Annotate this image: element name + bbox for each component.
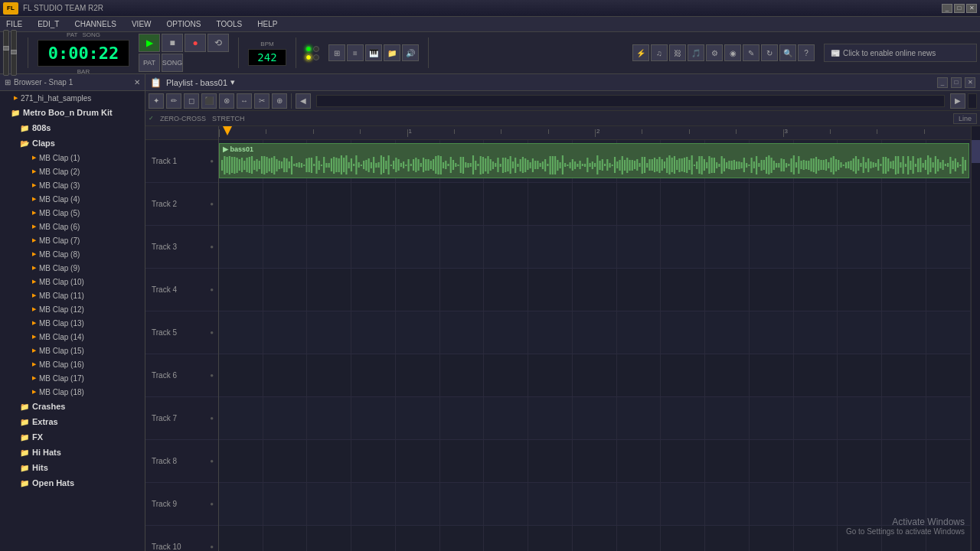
line-select[interactable]: Line	[953, 113, 977, 124]
track-label-4[interactable]: Track 4	[145, 269, 218, 311]
pl-zoom-tool[interactable]: ⊕	[272, 93, 287, 109]
browser-folder-808s[interactable]: 808s	[0, 120, 145, 135]
browser-file-271_hi_hat_samples[interactable]: 271_hi_hat_samples	[0, 91, 145, 105]
playlist-dropdown-icon[interactable]: ▾	[230, 77, 235, 87]
track-row-8[interactable]	[219, 440, 971, 483]
pl-draw-tool[interactable]: ✏	[166, 93, 181, 109]
mixer-icon[interactable]: ⊞	[328, 44, 345, 61]
menu-channels[interactable]: ChANNELS	[71, 18, 119, 30]
track-label-10[interactable]: Track 10	[145, 526, 218, 551]
browser-file-mb-clap-3[interactable]: MB Clap (3)	[0, 178, 145, 192]
menu-view[interactable]: VIEW	[129, 18, 155, 30]
pl-mute-tool[interactable]: ⊗	[219, 93, 234, 109]
master-pitch-fader[interactable]	[3, 30, 9, 76]
pl-prev-button[interactable]: ◀	[296, 93, 311, 109]
browser-file-mb-clap-17[interactable]: MB Clap (17)	[0, 371, 145, 385]
script-icon[interactable]: ✎	[743, 44, 760, 61]
midi-icon[interactable]: ♫	[651, 44, 668, 61]
menu-file[interactable]: FILE	[3, 18, 25, 30]
timeline-ruler[interactable]: 1234	[219, 126, 971, 140]
vscroll-thumb[interactable]	[972, 140, 980, 163]
maximize-button[interactable]: □	[954, 4, 965, 13]
pl-select-tool[interactable]: ✦	[149, 93, 164, 109]
track-row-2[interactable]	[219, 183, 971, 226]
browser-file-mb-clap-16[interactable]: MB Clap (16)	[0, 357, 145, 371]
track-row-3[interactable]	[219, 226, 971, 269]
track-label-2[interactable]: Track 2	[145, 183, 218, 226]
cpu-icon[interactable]: ⚡	[632, 44, 649, 61]
menu-edit[interactable]: EDI_T	[34, 18, 62, 30]
link-icon[interactable]: ⛓	[669, 44, 686, 61]
settings-icon[interactable]: ⚙	[706, 44, 723, 61]
bpm-display[interactable]: 242	[248, 49, 286, 66]
mode-button[interactable]: PAT	[139, 54, 160, 72]
browser-folder-hi-hats[interactable]: Hi Hats	[0, 445, 145, 460]
playlist-close-button[interactable]: ✕	[965, 77, 975, 88]
pl-erase-tool[interactable]: ◻	[184, 93, 199, 109]
track-label-3[interactable]: Track 3	[145, 226, 218, 269]
browser-file-mb-clap-15[interactable]: MB Clap (15)	[0, 344, 145, 357]
browser-file-mb-clap-7[interactable]: MB Clap (7)	[0, 233, 145, 247]
track-label-5[interactable]: Track 5	[145, 311, 218, 354]
menu-help[interactable]: helP	[254, 18, 280, 30]
browser-file-mb-clap-12[interactable]: MB Clap (12)	[0, 302, 145, 316]
browser-folder-crashes[interactable]: Crashes	[0, 399, 145, 414]
browser-content[interactable]: 271_hi_hat_samplesMetro Boo_n Drum Kit80…	[0, 91, 145, 551]
browser-folder-fx[interactable]: FX	[0, 429, 145, 445]
tracks-scrollbar[interactable]	[971, 126, 980, 551]
browser-file-mb-clap-6[interactable]: MB Clap (6)	[0, 220, 145, 233]
track-row-7[interactable]	[219, 397, 971, 440]
browser-file-mb-clap-13[interactable]: MB Clap (13)	[0, 316, 145, 330]
browser-file-mb-clap-10[interactable]: MB Clap (10)	[0, 275, 145, 289]
browser-file-mb-clap-18[interactable]: MB Clap (18)	[0, 385, 145, 399]
track-row-9[interactable]	[219, 483, 971, 526]
browser-folder-claps[interactable]: Claps	[0, 135, 145, 151]
pl-cut-tool[interactable]: ✂	[254, 93, 270, 109]
menu-tools[interactable]: tools	[214, 18, 246, 30]
track-area[interactable]: 1234 ▶ bass01	[219, 126, 971, 551]
track-label-7[interactable]: Track 7	[145, 397, 218, 440]
track-label-8[interactable]: Track 8	[145, 440, 218, 483]
close-button[interactable]: ✕	[966, 4, 977, 13]
browser-file-mb-clap-9[interactable]: MB Clap (9)	[0, 261, 145, 275]
plugin-icon[interactable]: ◉	[724, 44, 741, 61]
browser-file-mb-clap-4[interactable]: MB Clap (4)	[0, 192, 145, 206]
audio-icon[interactable]: 🎵	[688, 44, 704, 61]
browser-folder-extras[interactable]: Extras	[0, 414, 145, 429]
browser-folder-hits[interactable]: Hits	[0, 460, 145, 475]
track-row-5[interactable]	[219, 311, 971, 354]
search-icon[interactable]: 🔍	[779, 44, 796, 61]
stop-button[interactable]: ■	[162, 34, 183, 52]
browser-file-mb-clap-1[interactable]: MB Clap (1)	[0, 151, 145, 165]
browser-file-mb-clap-11[interactable]: MB Clap (11)	[0, 289, 145, 302]
bass01-clip[interactable]: ▶ bass01	[219, 143, 969, 178]
help-icon[interactable]: ?	[798, 44, 815, 61]
pl-paint-tool[interactable]: ⬛	[201, 93, 217, 109]
pl-slip-tool[interactable]: ↔	[237, 93, 252, 109]
browser-file-mb-clap-14[interactable]: MB Clap (14)	[0, 330, 145, 344]
channels-icon[interactable]: ≡	[347, 44, 364, 61]
track-row-1[interactable]: ▶ bass01	[219, 140, 971, 183]
browser-close-icon[interactable]: ✕	[134, 78, 140, 86]
browser-file-mb-clap-5[interactable]: MB Clap (5)	[0, 206, 145, 220]
browser-folder-metro-boo_n-drum-kit[interactable]: Metro Boo_n Drum Kit	[0, 105, 145, 120]
browser-file-mb-clap-8[interactable]: MB Clap (8)	[0, 247, 145, 261]
song-mode-button[interactable]: SONG	[162, 54, 183, 72]
browser-folder-open-hats[interactable]: Open Hats	[0, 475, 145, 491]
track-row-4[interactable]	[219, 269, 971, 311]
effects-icon[interactable]: 🔊	[402, 44, 419, 61]
track-row-10[interactable]	[219, 526, 971, 551]
pl-scroll-bar[interactable]	[316, 95, 945, 107]
pl-next-button[interactable]: ▶	[950, 93, 965, 109]
news-bar[interactable]: 📰 Click to enable online news	[824, 44, 977, 62]
playlist-minimize-button[interactable]: _	[937, 77, 948, 88]
browser-icon[interactable]: 📁	[384, 44, 400, 61]
track-label-9[interactable]: Track 9	[145, 483, 218, 526]
track-label-1[interactable]: Track 1	[145, 140, 218, 183]
play-button[interactable]: ▶	[139, 34, 160, 52]
update-icon[interactable]: ↻	[761, 44, 778, 61]
track-row-6[interactable]	[219, 354, 971, 397]
record-button[interactable]: ●	[185, 34, 206, 52]
track-label-6[interactable]: Track 6	[145, 354, 218, 397]
piano-icon[interactable]: 🎹	[365, 44, 382, 61]
